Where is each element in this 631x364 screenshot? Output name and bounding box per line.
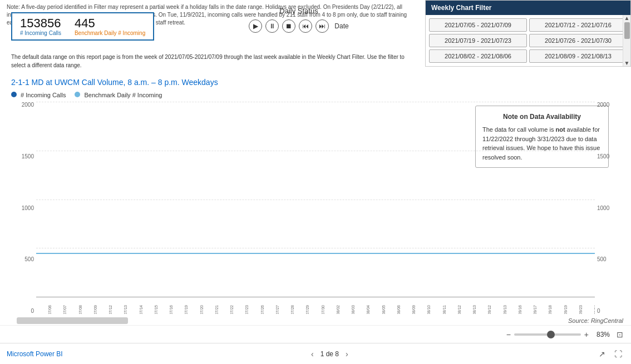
axis-right-4: 0 [597, 308, 600, 314]
xaxis-label-31: 21/09/16 [506, 305, 521, 314]
xaxis-label-9: 21/07/19 [172, 305, 188, 314]
bottom-actions: ↗ ⛶ [597, 348, 624, 360]
filter-date-3[interactable]: 2021/07/26 - 2021/07/30 [529, 34, 627, 47]
xaxis-label-6: 21/07/14 [127, 305, 142, 314]
playback-controls: ▶ ⏸ ⏹ ⏮ ⏭ Date [189, 19, 408, 33]
fit-screen-icon[interactable]: ⊡ [617, 330, 623, 339]
forward-button[interactable]: ⏭ [316, 19, 329, 33]
axis-right-1: 1500 [597, 153, 609, 159]
bars-container [36, 102, 595, 297]
filter-scroll-down-icon[interactable]: ▼ [624, 60, 630, 66]
fullscreen-button[interactable]: ⛶ [612, 348, 624, 360]
zoom-percentage: 83% [592, 331, 610, 338]
legend-incoming: # Incoming Calls [11, 92, 66, 98]
xaxis-label-13: 21/07/23 [233, 305, 249, 314]
weekly-chart-filter: Weekly Chart Filter 2021/07/05 - 2021/07… [425, 0, 631, 67]
xaxis-label-24: 21/08/09 [400, 305, 416, 314]
page-navigation: ‹ 1 de 8 › [309, 348, 351, 360]
filter-scroll-up-icon[interactable]: ▲ [624, 15, 630, 21]
xaxis-label-15: 21/07/27 [263, 305, 279, 314]
chart-scrollbar[interactable] [17, 317, 128, 324]
zoom-slider[interactable] [514, 333, 581, 336]
xaxis-label-3: 21/07/09 [81, 305, 97, 314]
xaxis-label-29: 21/09/12 [476, 305, 491, 314]
stats-box: 153856 # Incoming Calls 445 Benchmark Da… [11, 12, 154, 41]
pause-button[interactable]: ⏸ [265, 19, 279, 33]
axis-right-0: 2000 [597, 102, 609, 108]
play-button[interactable]: ▶ [249, 19, 262, 33]
xaxis-label-27: 21/08/12 [445, 305, 461, 314]
xaxis-label-26: 21/08/11 [430, 305, 446, 314]
xaxis-label-0: 21/07/06 [36, 305, 52, 314]
filter-date-4[interactable]: 2021/08/02 - 2021/08/06 [429, 49, 527, 63]
benchmark-label: Benchmark Daily # Incoming [75, 30, 145, 36]
xaxis-label-32: 21/09/17 [521, 305, 537, 314]
axis-left-1: 1500 [22, 153, 34, 159]
xaxis-label-19: 21/08/02 [324, 305, 339, 314]
page-info: 1 de 8 [321, 350, 339, 358]
axis-left-3: 500 [24, 256, 34, 262]
filter-date-2[interactable]: 2021/07/19 - 2021/07/23 [429, 34, 527, 47]
filter-scroll-thumb [624, 22, 630, 39]
chart-title: 2-1-1 MD at UWCM Call Volume, 8 a.m. – 8… [11, 78, 218, 87]
xaxis-label-11: 21/07/21 [203, 305, 218, 314]
range-note-text: The default data range on this report pa… [11, 54, 405, 68]
zoom-in-button[interactable]: + [584, 330, 589, 339]
range-note: The default data range on this report pa… [11, 53, 408, 69]
xaxis-label-35: 21/09/23 [566, 305, 582, 314]
benchmark-value: 445 [75, 17, 145, 30]
xaxis-label-1: 21/07/07 [51, 305, 67, 314]
xaxis-label-36: 21/09/24 [582, 305, 595, 314]
stop-button[interactable]: ⏹ [282, 19, 295, 33]
chart-area: 2000 1500 1000 500 0 2000 1500 1000 500 … [17, 102, 614, 314]
xaxis-label-28: 21/08/13 [461, 305, 476, 314]
filter-header: Weekly Chart Filter [426, 1, 630, 15]
source-label: Source: RingCentral [568, 317, 623, 324]
powerbi-link[interactable]: Microsoft Power BI [7, 350, 63, 358]
zoom-out-button[interactable]: − [506, 330, 511, 339]
xaxis-label-30: 21/09/13 [491, 305, 506, 314]
chart-legend: # Incoming Calls Benchmark Daily # Incom… [11, 92, 162, 98]
daily-status-title: Daily Status [189, 7, 408, 15]
filter-date-5[interactable]: 2021/08/09 - 2021/08/13 [529, 49, 627, 63]
xaxis-label-25: 21/08/10 [415, 305, 431, 314]
daily-status-panel: Daily Status ▶ ⏸ ⏹ ⏮ ⏭ Date [189, 7, 408, 33]
incoming-label: # Incoming Calls [20, 30, 61, 36]
date-label: Date [334, 22, 348, 30]
bottom-bar: Microsoft Power BI ‹ 1 de 8 › ↗ ⛶ [0, 343, 631, 364]
next-page-button[interactable]: › [343, 348, 351, 360]
xaxis-label-12: 21/07/22 [218, 305, 234, 314]
xaxis-label-33: 21/09/18 [536, 305, 552, 314]
incoming-stat: 153856 # Incoming Calls [20, 17, 61, 36]
filter-scrollbar[interactable]: ▲ ▼ [623, 15, 630, 66]
axis-left-2: 1000 [22, 205, 34, 211]
chart-left-axis: 2000 1500 1000 500 0 [17, 102, 36, 314]
legend-benchmark: Benchmark Daily # Incoming [75, 92, 162, 98]
chart-xaxis: 21/07/0621/07/0721/07/0821/07/0921/07/12… [36, 297, 595, 314]
xaxis-label-5: 21/07/13 [112, 305, 127, 314]
powerbi-anchor[interactable]: Microsoft Power BI [7, 350, 63, 358]
filter-date-0[interactable]: 2021/07/05 - 2021/07/09 [429, 18, 527, 32]
zoom-bar: − + 83% ⊡ [0, 325, 631, 343]
xaxis-label-21: 21/08/04 [354, 305, 370, 314]
xaxis-label-22: 21/08/05 [369, 305, 385, 314]
chart-plot [36, 102, 595, 297]
axis-left-4: 0 [31, 308, 34, 314]
xaxis-label-20: 21/08/03 [339, 305, 355, 314]
prev-page-button[interactable]: ‹ [309, 348, 316, 360]
benchmark-stat: 445 Benchmark Daily # Incoming [75, 17, 145, 36]
xaxis-label-14: 21/07/26 [248, 305, 264, 314]
xaxis-label-8: 21/07/16 [157, 305, 173, 314]
xaxis-label-10: 21/07/20 [188, 305, 203, 314]
back-button[interactable]: ⏮ [299, 19, 312, 33]
legend-incoming-dot [11, 92, 17, 97]
xaxis-label-17: 21/07/29 [294, 305, 309, 314]
zoom-thumb [547, 331, 555, 338]
chart-right-axis: 2000 1500 1000 500 0 [595, 102, 614, 314]
incoming-value: 153856 [20, 17, 61, 30]
xaxis-label-2: 21/07/08 [66, 305, 82, 314]
filter-date-1[interactable]: 2021/07/12 - 2021/07/16 [529, 18, 627, 32]
xaxis-label-7: 21/07/15 [142, 305, 157, 314]
axis-right-2: 1000 [597, 205, 609, 211]
share-button[interactable]: ↗ [597, 348, 608, 360]
